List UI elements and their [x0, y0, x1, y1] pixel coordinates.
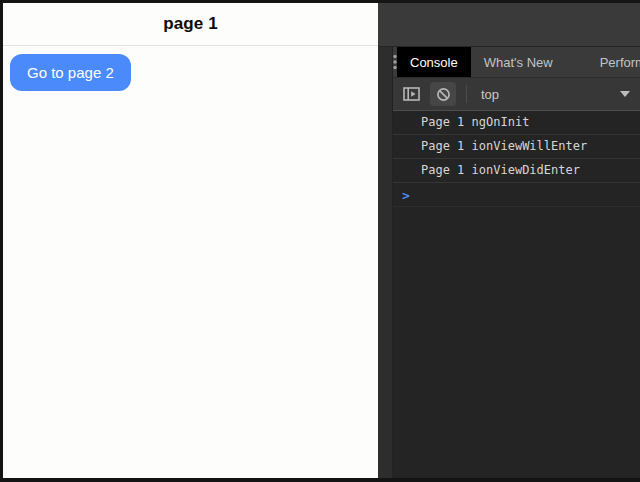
devtools-panel: Console What's New Performance monitor	[392, 47, 640, 478]
page-title: page 1	[163, 14, 217, 34]
console-toolbar: top	[393, 77, 640, 111]
show-console-sidebar-button[interactable]	[399, 82, 423, 106]
tab-performance-monitor[interactable]: Performance monitor	[566, 47, 640, 77]
app-content: Go to page 2	[3, 46, 378, 91]
tab-whats-new-label: What's New	[484, 55, 553, 70]
app-header: page 1	[3, 3, 378, 46]
console-log-row[interactable]: Page 1 ionViewWillEnter	[393, 135, 640, 159]
app-viewport: page 1 Go to page 2	[3, 3, 378, 478]
clear-console-button[interactable]	[430, 82, 456, 106]
console-log-text: Page 1 ionViewDidEnter	[421, 163, 580, 177]
devtools-tabbar: Console What's New Performance monitor	[393, 47, 640, 77]
go-to-page-2-button[interactable]: Go to page 2	[10, 54, 131, 91]
tab-console-label: Console	[410, 55, 458, 70]
console-prompt-chevron-icon: >	[402, 188, 410, 203]
console-log-text: Page 1 ngOnInit	[421, 115, 529, 129]
console-message-area[interactable]: Page 1 ngOnInit Page 1 ionViewWillEnter …	[393, 111, 640, 478]
console-log-text: Page 1 ionViewWillEnter	[421, 139, 587, 153]
console-prompt[interactable]: >	[393, 183, 640, 207]
console-log-row[interactable]: Page 1 ionViewDidEnter	[393, 159, 640, 183]
javascript-context-selector[interactable]: top	[476, 87, 635, 102]
tab-console[interactable]: Console	[397, 47, 471, 77]
screenshot-root: page 1 Go to page 2 Console What's New	[0, 0, 640, 482]
context-selector-label: top	[481, 87, 499, 102]
toolbar-separator	[466, 85, 467, 103]
console-log-row[interactable]: Page 1 ngOnInit	[393, 111, 640, 135]
tab-performance-monitor-label: Performance monitor	[600, 55, 640, 70]
devtools-top-strip	[378, 3, 640, 47]
tab-whats-new[interactable]: What's New	[471, 47, 566, 77]
show-console-sidebar-icon	[403, 87, 420, 101]
browser-scrollbar-gutter[interactable]	[378, 46, 392, 478]
dropdown-arrow-icon	[620, 91, 630, 97]
clear-console-icon	[436, 87, 451, 102]
